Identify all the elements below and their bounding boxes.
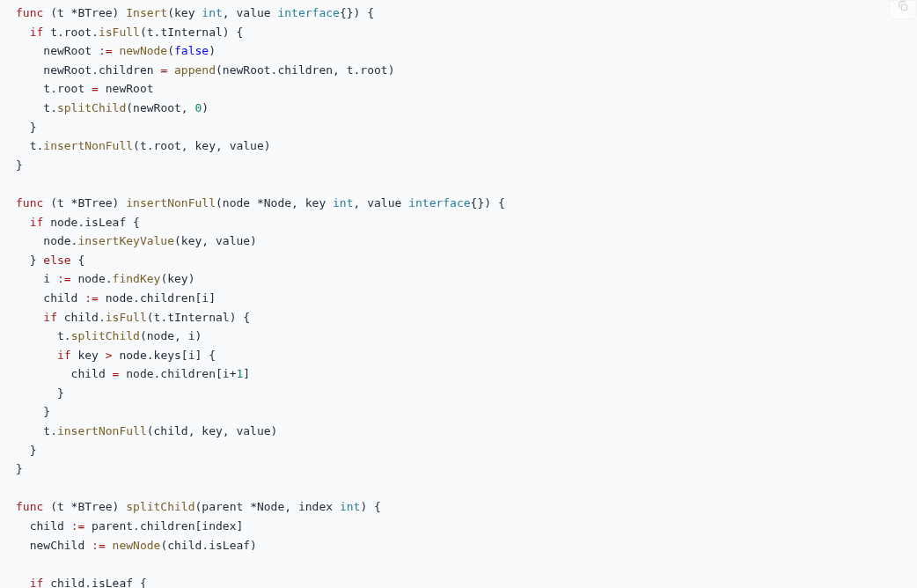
code-line: child := node.children[i] [16, 291, 216, 305]
code-token: newNode [113, 539, 161, 552]
code-line: if child.isFull(t.tInternal) { [16, 311, 250, 324]
code-line: } [16, 405, 50, 418]
code-token: (newRoot.children, t.root) [216, 63, 395, 77]
code-token: (child, key, value) [147, 424, 278, 437]
code-token: append [174, 63, 216, 77]
code-token: newRoot [16, 44, 99, 57]
code-line: node.insertKeyValue(key, value) [16, 234, 257, 247]
code-line: child := parent.children[index] [16, 519, 243, 533]
code-token: (key, value) [174, 234, 257, 247]
code-token: node. [71, 272, 113, 285]
code-token: (t *BTree) [43, 6, 126, 19]
code-token: } [16, 405, 50, 418]
code-token: , value [354, 196, 409, 209]
code-line: } [16, 444, 36, 457]
code-token: else [43, 254, 70, 267]
code-line: if child.isLeaf { [16, 577, 147, 588]
code-token: func [16, 196, 43, 209]
code-token: t.root [16, 82, 92, 95]
code-token [16, 349, 57, 362]
code-token: node.isLeaf { [43, 216, 140, 229]
code-token: node. [16, 234, 77, 247]
code-token [16, 26, 30, 39]
code-token: } [16, 158, 23, 172]
code-token: findKey [113, 272, 161, 285]
code-token: if [30, 216, 44, 229]
code-token: false [174, 44, 209, 57]
code-token: t. [16, 424, 57, 437]
code-token [167, 63, 174, 77]
code-token: func [16, 6, 43, 19]
code-block[interactable]: func (t *BTree) Insert(key int, value in… [0, 0, 917, 588]
code-token [16, 216, 30, 229]
code-token: node.keys[i] { [113, 349, 216, 362]
code-token: {}) { [340, 6, 374, 19]
code-token: if [30, 26, 44, 39]
code-token: (node *Node, key [216, 196, 333, 209]
code-token: t.root. [43, 26, 99, 39]
code-token: { [71, 254, 85, 267]
code-token: child [16, 367, 113, 380]
code-token: int [202, 6, 222, 19]
code-token: func [16, 500, 43, 513]
code-token: t. [16, 329, 71, 342]
code-token: child.isLeaf { [43, 577, 146, 588]
code-token: (t *BTree) [43, 500, 126, 513]
code-token: parent.children[index] [84, 519, 243, 533]
code-line: if t.root.isFull(t.tInternal) { [16, 26, 243, 39]
code-token: := [57, 272, 71, 285]
code-token: child [16, 291, 84, 305]
code-token: insertKeyValue [77, 234, 174, 247]
code-line: t.splitChild(newRoot, 0) [16, 101, 209, 114]
code-token: ) [209, 44, 216, 57]
code-token: newChild [16, 539, 92, 552]
code-token [16, 311, 43, 324]
copy-button[interactable] [889, 0, 917, 19]
code-line: newChild := newNode(child.isLeaf) [16, 539, 257, 552]
code-token: } [16, 462, 23, 475]
code-token: > [106, 349, 113, 362]
code-token: (child.isLeaf) [160, 539, 257, 552]
code-token [106, 539, 113, 552]
code-token: (key) [160, 272, 194, 285]
code-token: } [16, 121, 36, 134]
code-token: t. [16, 101, 57, 114]
code-token: (t.root, key, value) [133, 139, 271, 152]
code-line: if node.isLeaf { [16, 216, 140, 229]
code-token: (node, i) [140, 329, 202, 342]
code-token: := [84, 291, 99, 305]
code-token: } [16, 254, 43, 267]
code-token: child [16, 519, 71, 533]
code-token: if [30, 577, 44, 588]
code-token: insertNonFull [43, 139, 133, 152]
code-line: func (t *BTree) splitChild(parent *Node,… [16, 500, 381, 513]
code-token: insertNonFull [126, 196, 216, 209]
code-line: if key > node.keys[i] { [16, 349, 216, 362]
code-token: t. [16, 139, 43, 152]
code-token: (t.tInternal) { [147, 311, 250, 324]
code-token: splitChild [57, 101, 126, 114]
code-token: (t *BTree) [43, 196, 126, 209]
code-token: newNode [119, 44, 167, 57]
code-token: if [43, 311, 57, 324]
code-token: (parent *Node, index [195, 500, 340, 513]
code-line: func (t *BTree) insertNonFull(node *Node… [16, 196, 505, 209]
code-token: int [333, 196, 353, 209]
code-line: } [16, 121, 36, 134]
code-line: t.insertNonFull(t.root, key, value) [16, 139, 271, 152]
code-token: isFull [106, 311, 147, 324]
code-token: := [99, 44, 113, 57]
code-token: child. [57, 311, 106, 324]
code-token: Insert [126, 6, 167, 19]
code-token: := [92, 539, 106, 552]
code-line: func (t *BTree) Insert(key int, value in… [16, 6, 374, 19]
code-line: t.splitChild(node, i) [16, 329, 202, 342]
code-token: if [57, 349, 71, 362]
code-token: interface [408, 196, 470, 209]
code-token: node.children[i] [99, 291, 216, 305]
code-token: newRoot.children [16, 63, 160, 77]
code-token: insertNonFull [57, 424, 147, 437]
code-token: (key [167, 6, 202, 19]
code-token: ( [167, 44, 174, 57]
code-token: , value [223, 6, 278, 19]
